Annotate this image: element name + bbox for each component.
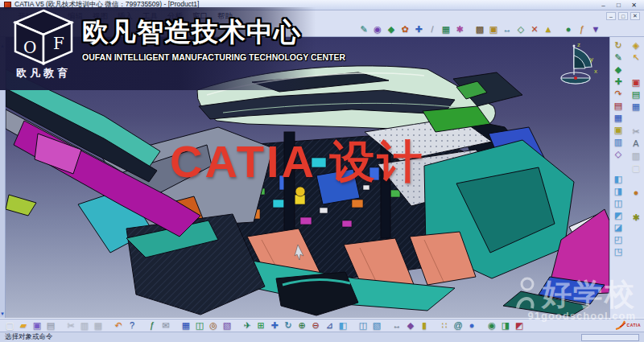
menu-edit[interactable]: 编辑 <box>63 11 88 22</box>
scroll-up-icon[interactable]: ▲ <box>0 43 5 48</box>
annotation-icon[interactable]: ▥ <box>612 136 625 147</box>
render-style-icon[interactable]: @ <box>452 319 464 332</box>
measure-between-icon[interactable]: ↔ <box>501 23 514 35</box>
product-structure-icon[interactable]: ◫ <box>193 319 206 332</box>
menu-tools[interactable]: 工具 <box>138 11 163 22</box>
formula-icon[interactable]: ƒ <box>576 23 588 35</box>
select-arrow-icon[interactable]: ↖ <box>630 52 643 63</box>
close-button[interactable]: ✕ <box>628 1 640 10</box>
mdi-close-button[interactable]: ✕ <box>630 12 640 20</box>
wireframe-icon[interactable]: ◉ <box>371 23 384 35</box>
catalog-browser-icon[interactable]: ◈ <box>630 39 643 51</box>
constraints-icon[interactable]: ◇ <box>514 23 527 35</box>
layer-filter-green-icon[interactable]: ◨ <box>499 319 512 332</box>
trim-icon[interactable]: ✂ <box>630 126 643 137</box>
undo-icon[interactable]: ↶ <box>112 319 125 332</box>
fly-mode-icon[interactable]: ✈ <box>241 319 254 332</box>
snap-icon[interactable]: ✱ <box>630 212 643 223</box>
iso-view-icon[interactable]: ◳ <box>612 245 625 257</box>
analysis-icon[interactable]: ▩ <box>473 23 486 35</box>
iso-view-cube-icon[interactable]: ◧ <box>336 319 349 332</box>
structure-table-icon[interactable]: ▦ <box>630 101 643 112</box>
open-folder-icon[interactable]: ▰ <box>17 319 30 332</box>
design-table-icon[interactable]: ▦ <box>180 319 192 332</box>
left-toolbar-strip[interactable]: ▲ ▼ <box>0 37 6 318</box>
shading-sphere-icon[interactable]: ● <box>465 319 478 332</box>
minimize-button[interactable]: – <box>597 1 609 10</box>
surface-icon[interactable]: ◆ <box>385 23 398 35</box>
clipboard-icon[interactable]: ▥ <box>630 150 643 161</box>
measure-icon[interactable]: ↔ <box>390 319 403 332</box>
pan-icon[interactable]: ✚ <box>268 319 281 332</box>
split-icon[interactable]: / <box>426 23 439 35</box>
save-icon[interactable]: ▣ <box>31 319 43 332</box>
normal-view-icon[interactable]: ⊿ <box>323 319 336 332</box>
grid-icon[interactable]: ∷ <box>438 319 451 332</box>
menu-analyze[interactable]: 分析 <box>163 11 188 22</box>
cut-icon[interactable]: ✂ <box>64 319 77 332</box>
search-objects-icon[interactable]: ◎ <box>207 319 220 332</box>
maximize-button[interactable]: □ <box>613 1 625 10</box>
mdi-restore-button[interactable]: □ <box>618 12 628 20</box>
menu-help[interactable]: 帮助 <box>213 11 237 22</box>
status-input-field[interactable] <box>581 334 639 341</box>
zoom-out-icon[interactable]: ⊖ <box>309 319 322 332</box>
sketcher-icon[interactable]: ✎ <box>612 52 625 63</box>
text-abc-icon[interactable]: A <box>630 138 643 149</box>
product-icon[interactable]: ▤ <box>612 100 625 111</box>
fastener-icon[interactable]: ▣ <box>630 76 643 88</box>
car-body-model[interactable] <box>6 37 609 318</box>
catalog-icon[interactable]: ▣ <box>487 23 500 35</box>
bottom-view-icon[interactable]: ◰ <box>612 233 625 245</box>
paste-icon[interactable]: ▦ <box>92 319 105 332</box>
scale-icon[interactable]: ✕ <box>528 23 541 35</box>
sketch-tools-icon[interactable]: ✎ <box>357 23 370 35</box>
3d-viewport[interactable]: z y x CATIA 设计 <box>6 37 609 318</box>
menu-window[interactable]: 窗口 <box>188 11 213 22</box>
paste-component-icon[interactable]: ▣ <box>612 124 625 135</box>
boolean-icon[interactable]: ✚ <box>412 23 425 35</box>
back-view-icon[interactable]: ◨ <box>612 185 625 196</box>
exchange-view-icon[interactable]: ▧ <box>221 319 233 332</box>
menu-insert[interactable]: 插入 <box>113 11 138 22</box>
layer-filter-red-icon[interactable]: ◩ <box>513 319 526 332</box>
comment-icon[interactable]: ✉ <box>159 319 172 332</box>
menu-view[interactable]: 视图 <box>88 11 113 22</box>
constraint-icon[interactable]: ◇ <box>612 148 625 159</box>
named-views-icon[interactable]: ◫ <box>357 319 369 332</box>
rotate-icon[interactable]: ↻ <box>282 319 295 332</box>
menu-file[interactable]: 文件 <box>38 11 63 22</box>
quick-view-icon[interactable]: ▧ <box>370 319 383 332</box>
menu-start[interactable]: 开始 <box>13 11 38 22</box>
lock-icon[interactable]: ▮ <box>418 319 431 332</box>
replace-component-icon[interactable]: ↷ <box>612 88 625 99</box>
zoom-in-icon[interactable]: ⊕ <box>295 319 308 332</box>
new-document-icon[interactable]: ▢ <box>3 319 16 332</box>
left-view-icon[interactable]: ◫ <box>612 197 625 208</box>
mdi-minimize-button[interactable]: – <box>606 12 616 20</box>
print-icon[interactable]: ▤ <box>44 319 57 332</box>
symmetry-icon[interactable]: ▲ <box>542 23 555 35</box>
top-view-icon[interactable]: ◪ <box>612 221 625 233</box>
bom-table-icon[interactable]: ▦ <box>612 112 625 123</box>
copy-icon[interactable]: ▥ <box>78 319 91 332</box>
world-scale-icon[interactable]: ◉ <box>485 319 498 332</box>
part-icon[interactable]: ◆ <box>612 64 625 75</box>
knowledge-icon[interactable]: ● <box>562 23 575 35</box>
apply-material-icon[interactable]: ◆ <box>404 319 417 332</box>
manikin-icon[interactable]: ● <box>630 187 643 198</box>
pad-icon[interactable]: ▦ <box>440 23 452 35</box>
blank-sheet-icon[interactable]: ▢ <box>630 162 643 173</box>
update-icon[interactable]: ↻ <box>612 39 625 51</box>
sweep-icon[interactable]: ✿ <box>398 23 411 35</box>
front-view-icon[interactable]: ◧ <box>612 173 625 184</box>
scroll-down-icon[interactable]: ▼ <box>0 311 5 316</box>
existing-component-icon[interactable]: ▤ <box>630 89 643 100</box>
right-view-icon[interactable]: ◩ <box>612 209 625 220</box>
fit-all-in-icon[interactable]: ⊞ <box>254 319 267 332</box>
groove-icon[interactable]: ✱ <box>453 23 466 35</box>
new-part-icon[interactable]: ✚ <box>612 76 625 87</box>
help-icon[interactable]: ? <box>126 319 138 332</box>
3d-compass[interactable]: z y x <box>550 39 601 88</box>
rules-icon[interactable]: ▼ <box>589 23 602 35</box>
